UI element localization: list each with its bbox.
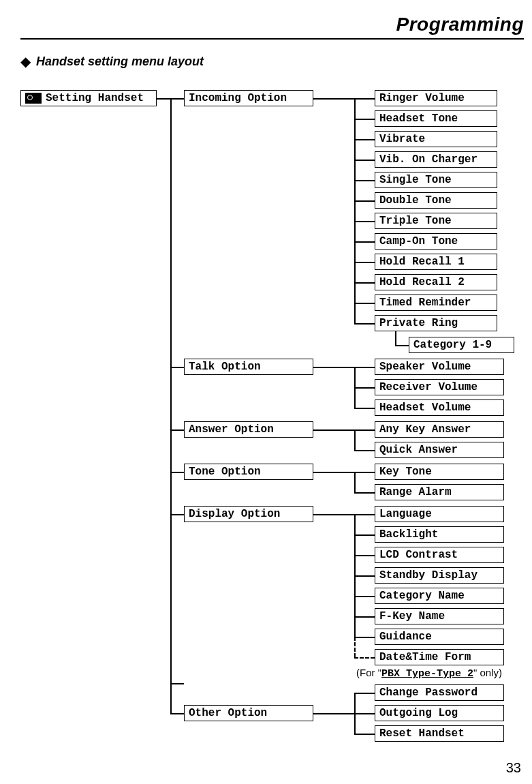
leaf-headset-volume: Headset Volume [375,399,504,416]
annotation-pbx-only: (For "PBX Type-Type 2" only) [356,667,502,680]
leaf-headset-tone: Headset Tone [375,110,497,127]
leaf-category-name: Category Name [375,588,504,604]
leaf-outgoing-log: Outgoing Log [375,705,504,721]
chapter-title: Programming [20,14,524,35]
leaf-camp-on-tone: Camp-On Tone [375,233,497,250]
leaf-lcd-contrast: LCD Contrast [375,547,504,563]
menu-tree-diagram: Setting Handset Incoming Option Ringer V… [20,90,525,744]
display-option-node: Display Option [184,506,313,522]
leaf-standby-display: Standby Display [375,567,504,584]
page-number: 33 [506,760,521,776]
talk-option-node: Talk Option [184,359,313,375]
diamond-icon: ◆ [20,53,31,70]
leaf-private-ring: Private Ring [375,315,497,331]
leaf-ringer-volume: Ringer Volume [375,90,497,106]
leaf-reset-handset: Reset Handset [375,725,504,742]
leaf-double-tone: Double Tone [375,192,497,209]
leaf-key-tone: Key Tone [375,464,504,480]
leaf-triple-tone: Triple Tone [375,213,497,229]
leaf-timed-reminder: Timed Reminder [375,295,497,311]
leaf-quick-answer: Quick Answer [375,442,504,458]
leaf-change-password: Change Password [375,684,504,701]
leaf-vibrate: Vibrate [375,131,497,147]
incoming-option-node: Incoming Option [184,90,313,106]
leaf-any-key-answer: Any Key Answer [375,421,504,438]
leaf-date-time-form: Date&Time Form [375,649,504,665]
leaf-fkey-name: F-Key Name [375,608,504,624]
leaf-guidance: Guidance [375,629,504,645]
tone-option-node: Tone Option [184,464,313,480]
leaf-hold-recall-1: Hold Recall 1 [375,254,497,270]
leaf-vib-on-charger: Vib. On Charger [375,151,497,168]
leaf-hold-recall-2: Hold Recall 2 [375,274,497,290]
leaf-single-tone: Single Tone [375,172,497,188]
leaf-receiver-volume: Receiver Volume [375,379,504,395]
section-title: Handset setting menu layout [36,55,204,69]
root-node: Setting Handset [20,90,157,106]
root-label: Setting Handset [46,90,144,106]
leaf-speaker-volume: Speaker Volume [375,359,504,375]
leaf-backlight: Backlight [375,526,504,543]
leaf-category-1-9: Category 1-9 [409,337,514,353]
header-rule [20,38,524,40]
settings-icon [25,93,42,104]
leaf-range-alarm: Range Alarm [375,484,504,500]
leaf-language: Language [375,506,504,522]
answer-option-node: Answer Option [184,421,313,438]
other-option-node: Other Option [184,705,313,721]
